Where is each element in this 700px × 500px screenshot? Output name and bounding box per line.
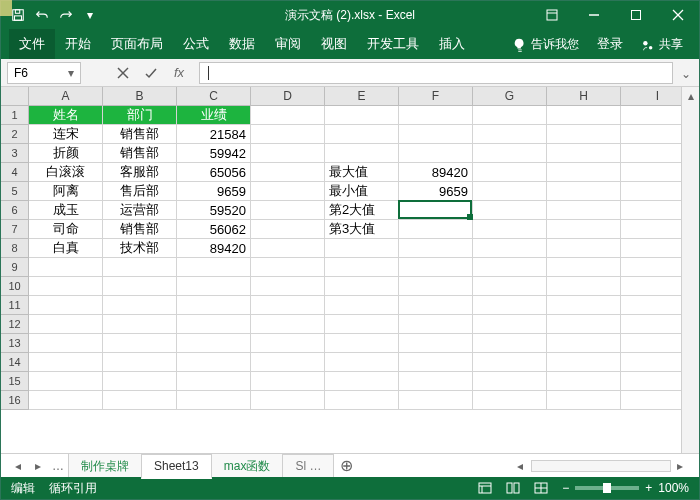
empty-cell[interactable] [547, 391, 621, 410]
row-header[interactable]: 5 [1, 182, 29, 201]
stat-label-cell[interactable]: 最大值 [325, 163, 399, 182]
data-cell[interactable]: 阿离 [29, 182, 103, 201]
undo-icon[interactable] [31, 4, 53, 26]
row-header[interactable]: 3 [1, 144, 29, 163]
data-cell[interactable]: 9659 [177, 182, 251, 201]
tell-me[interactable]: 告诉我您 [505, 30, 587, 59]
vertical-scrollbar[interactable]: ▴ [681, 87, 699, 453]
empty-cell[interactable] [325, 277, 399, 296]
sheet-nav-prev[interactable]: ◂ [9, 457, 27, 475]
empty-cell[interactable] [473, 106, 547, 125]
header-cell[interactable]: 业绩 [177, 106, 251, 125]
empty-cell[interactable] [325, 353, 399, 372]
stat-label-cell[interactable]: 第3大值 [325, 220, 399, 239]
empty-cell[interactable] [251, 144, 325, 163]
empty-cell[interactable] [251, 277, 325, 296]
empty-cell[interactable] [251, 296, 325, 315]
empty-cell[interactable] [473, 353, 547, 372]
login-link[interactable]: 登录 [587, 29, 633, 59]
header-cell[interactable]: 姓名 [29, 106, 103, 125]
stat-value-cell[interactable]: 89420 [399, 163, 473, 182]
row-header[interactable]: 12 [1, 315, 29, 334]
view-pagebreak-icon[interactable] [534, 482, 548, 494]
empty-cell[interactable] [325, 372, 399, 391]
empty-cell[interactable] [399, 315, 473, 334]
formula-expand-icon[interactable]: ⌄ [679, 65, 693, 81]
tab-formulas[interactable]: 公式 [173, 29, 219, 59]
data-cell[interactable]: 销售部 [103, 220, 177, 239]
empty-cell[interactable] [103, 296, 177, 315]
empty-cell[interactable] [325, 144, 399, 163]
empty-cell[interactable] [547, 144, 621, 163]
tab-layout[interactable]: 页面布局 [101, 29, 173, 59]
zoom-in-button[interactable]: + [645, 481, 652, 495]
column-header[interactable]: H [547, 87, 621, 106]
empty-cell[interactable] [325, 391, 399, 410]
empty-cell[interactable] [177, 334, 251, 353]
zoom-level[interactable]: 100% [658, 481, 689, 495]
row-header[interactable]: 13 [1, 334, 29, 353]
data-cell[interactable]: 白滚滚 [29, 163, 103, 182]
empty-cell[interactable] [325, 334, 399, 353]
empty-cell[interactable] [103, 277, 177, 296]
empty-cell[interactable] [177, 372, 251, 391]
zoom-slider[interactable] [575, 486, 639, 490]
empty-cell[interactable] [177, 391, 251, 410]
empty-cell[interactable] [399, 391, 473, 410]
empty-cell[interactable] [399, 125, 473, 144]
stat-value-cell[interactable] [399, 201, 473, 220]
empty-cell[interactable] [547, 163, 621, 182]
tab-file[interactable]: 文件 [9, 29, 55, 59]
tab-insert[interactable]: 插入 [429, 29, 475, 59]
empty-cell[interactable] [473, 277, 547, 296]
empty-cell[interactable] [29, 391, 103, 410]
empty-cell[interactable] [177, 296, 251, 315]
empty-cell[interactable] [547, 296, 621, 315]
maximize-button[interactable] [615, 1, 657, 29]
empty-cell[interactable] [399, 258, 473, 277]
tab-review[interactable]: 审阅 [265, 29, 311, 59]
empty-cell[interactable] [473, 258, 547, 277]
empty-cell[interactable] [399, 106, 473, 125]
empty-cell[interactable] [29, 277, 103, 296]
sheet-nav-menu[interactable]: … [49, 457, 67, 475]
tab-data[interactable]: 数据 [219, 29, 265, 59]
horizontal-scrollbar[interactable] [531, 460, 671, 472]
empty-cell[interactable] [547, 239, 621, 258]
empty-cell[interactable] [29, 258, 103, 277]
empty-cell[interactable] [29, 372, 103, 391]
sheet-tab[interactable]: Sheet13 [141, 454, 212, 479]
data-cell[interactable]: 客服部 [103, 163, 177, 182]
row-header[interactable]: 11 [1, 296, 29, 315]
empty-cell[interactable] [547, 106, 621, 125]
row-header[interactable]: 6 [1, 201, 29, 220]
enter-formula-button[interactable] [137, 62, 165, 84]
row-header[interactable]: 7 [1, 220, 29, 239]
data-cell[interactable]: 65056 [177, 163, 251, 182]
empty-cell[interactable] [103, 334, 177, 353]
close-button[interactable] [657, 1, 699, 29]
empty-cell[interactable] [547, 125, 621, 144]
empty-cell[interactable] [251, 239, 325, 258]
empty-cell[interactable] [547, 258, 621, 277]
stat-label-cell[interactable]: 第2大值 [325, 201, 399, 220]
empty-cell[interactable] [251, 391, 325, 410]
sheet-tab[interactable]: 制作桌牌 [68, 453, 142, 479]
empty-cell[interactable] [29, 334, 103, 353]
data-cell[interactable]: 白真 [29, 239, 103, 258]
empty-cell[interactable] [399, 239, 473, 258]
empty-cell[interactable] [547, 277, 621, 296]
column-header[interactable]: D [251, 87, 325, 106]
data-cell[interactable]: 销售部 [103, 125, 177, 144]
new-sheet-button[interactable]: ⊕ [334, 456, 358, 475]
empty-cell[interactable] [547, 372, 621, 391]
empty-cell[interactable] [473, 201, 547, 220]
row-header[interactable]: 9 [1, 258, 29, 277]
tab-developer[interactable]: 开发工具 [357, 29, 429, 59]
empty-cell[interactable] [29, 296, 103, 315]
empty-cell[interactable] [473, 372, 547, 391]
empty-cell[interactable] [473, 296, 547, 315]
empty-cell[interactable] [251, 182, 325, 201]
column-header[interactable]: C [177, 87, 251, 106]
empty-cell[interactable] [473, 163, 547, 182]
